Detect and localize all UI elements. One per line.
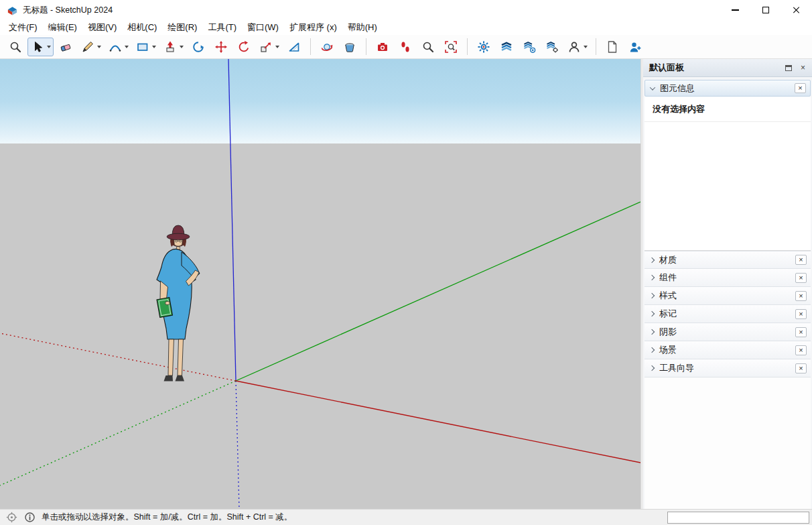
rotate-icon (236, 40, 251, 54)
extension-warehouse-tool[interactable] (473, 38, 494, 56)
zoom-extents-tool[interactable] (440, 38, 462, 56)
walk-icon (398, 40, 413, 54)
sign-in-button[interactable] (564, 38, 590, 56)
follow-me-icon (191, 40, 206, 54)
search-tool[interactable] (5, 38, 26, 56)
status-hint: 单击或拖动以选择对象。Shift = 加/减。Ctrl = 加。Shift + … (42, 512, 661, 523)
extension-manager-tool[interactable] (541, 38, 563, 56)
paint-icon (342, 40, 357, 54)
menu-item-file[interactable]: 文件(F) (3, 20, 43, 35)
scale-tool[interactable] (256, 38, 282, 56)
figure-shoe-left (164, 375, 174, 382)
menu-item-help[interactable]: 帮助(H) (342, 20, 383, 35)
close-section-button[interactable]: × (795, 309, 807, 319)
position-camera-icon (375, 40, 390, 54)
menu-item-tools[interactable]: 工具(T) (202, 20, 242, 35)
rotate-tool[interactable] (233, 38, 255, 56)
dropdown-caret-icon[interactable] (47, 46, 51, 48)
maximize-icon (762, 7, 769, 13)
chevron-right-icon (649, 257, 655, 262)
menu-item-view[interactable]: 视图(V) (82, 20, 122, 35)
tape-measure-tool[interactable] (283, 38, 305, 56)
close-entity-info-button[interactable]: × (795, 83, 806, 93)
dropdown-caret-icon[interactable] (125, 46, 129, 48)
rectangle-tool[interactable] (133, 38, 159, 56)
panel-title: 默认面板 (649, 62, 684, 74)
panel-section-instructor[interactable]: 工具向导× (645, 359, 811, 377)
red-axis-solid (236, 381, 640, 463)
figure-leg-left (168, 339, 174, 375)
arc-tool[interactable] (105, 38, 131, 56)
panel-tray-header: 默认面板 × (643, 59, 812, 77)
panel-section-styles[interactable]: 样式× (645, 287, 811, 305)
figure-leg-right (178, 339, 184, 375)
select-tool[interactable] (27, 38, 54, 56)
dropdown-caret-icon[interactable] (97, 46, 101, 48)
dropdown-caret-icon[interactable] (275, 46, 279, 48)
dropdown-caret-icon[interactable] (152, 46, 156, 48)
zoom-extents-icon (444, 40, 458, 54)
info-icon[interactable] (23, 512, 36, 524)
dropdown-caret-icon[interactable] (584, 46, 588, 48)
menu-item-camera[interactable]: 相机(C) (122, 20, 162, 35)
close-section-button[interactable]: × (795, 273, 807, 283)
window-controls (720, 0, 812, 20)
arc-icon (108, 40, 123, 54)
push-pull-tool[interactable] (160, 38, 186, 56)
close-button[interactable] (781, 0, 812, 20)
trimble-connect-tool[interactable] (519, 38, 540, 56)
close-section-button[interactable]: × (795, 255, 807, 265)
panel-section-components[interactable]: 组件× (645, 269, 811, 287)
menu-item-edit[interactable]: 编辑(E) (43, 20, 82, 35)
close-section-button[interactable]: × (795, 327, 807, 337)
menu-item-draw[interactable]: 绘图(R) (162, 20, 202, 35)
entity-info-header[interactable]: 图元信息 × (645, 80, 811, 97)
new-file-button[interactable] (602, 38, 623, 56)
close-icon (793, 6, 801, 14)
follow-me-tool[interactable] (188, 38, 209, 56)
zoom-tool[interactable] (417, 38, 439, 56)
minimize-icon (732, 9, 739, 10)
close-section-button[interactable]: × (795, 291, 807, 301)
red-axis-dotted (0, 333, 236, 381)
3d-warehouse-tool[interactable] (496, 38, 517, 56)
position-camera-tool[interactable] (372, 38, 393, 56)
dropdown-caret-icon[interactable] (180, 46, 184, 48)
eraser-tool[interactable] (55, 38, 76, 56)
menu-item-extensions[interactable]: 扩展程序 (x) (284, 20, 342, 35)
panel-section-materials[interactable]: 材质× (645, 251, 811, 269)
measurement-input[interactable] (667, 512, 809, 524)
move-tool[interactable] (210, 38, 232, 56)
paint-bucket-tool[interactable] (339, 38, 360, 56)
sketchup-logo-icon (6, 4, 19, 17)
figure-hat-brim (167, 233, 190, 240)
blue-axis-solid (228, 59, 236, 381)
3d-viewport[interactable] (0, 59, 640, 509)
minimize-button[interactable] (720, 0, 750, 20)
geolocation-icon[interactable] (5, 512, 17, 524)
chevron-down-icon (650, 84, 655, 90)
entity-info-label: 图元信息 (660, 82, 695, 95)
panel-section-scenes[interactable]: 场景× (645, 341, 811, 359)
close-section-button[interactable]: × (795, 363, 807, 373)
pin-panel-button[interactable] (783, 62, 794, 73)
orbit-tool[interactable] (316, 38, 338, 56)
line-tool[interactable] (78, 38, 104, 56)
close-section-button[interactable]: × (795, 345, 807, 355)
chevron-right-icon (649, 329, 655, 335)
scene-overlay (0, 59, 640, 509)
scale-figure[interactable] (157, 225, 200, 382)
walk-tool[interactable] (395, 38, 416, 56)
panel-section-shadows[interactable]: 阴影× (645, 323, 811, 341)
menu-item-window[interactable]: 窗口(W) (242, 20, 284, 35)
close-panel-button[interactable]: × (797, 62, 809, 73)
tape-measure-icon (287, 40, 301, 54)
figure-shoe-right (176, 375, 185, 382)
new-file-icon (605, 40, 620, 54)
status-bar: 单击或拖动以选择对象。Shift = 加/减。Ctrl = 加。Shift + … (0, 509, 812, 525)
panel-section-tags[interactable]: 标记× (645, 305, 811, 323)
toolbar-separator (467, 38, 468, 55)
chevron-right-icon (649, 293, 655, 298)
maximize-button[interactable] (750, 0, 781, 20)
add-person-button[interactable] (624, 38, 646, 56)
